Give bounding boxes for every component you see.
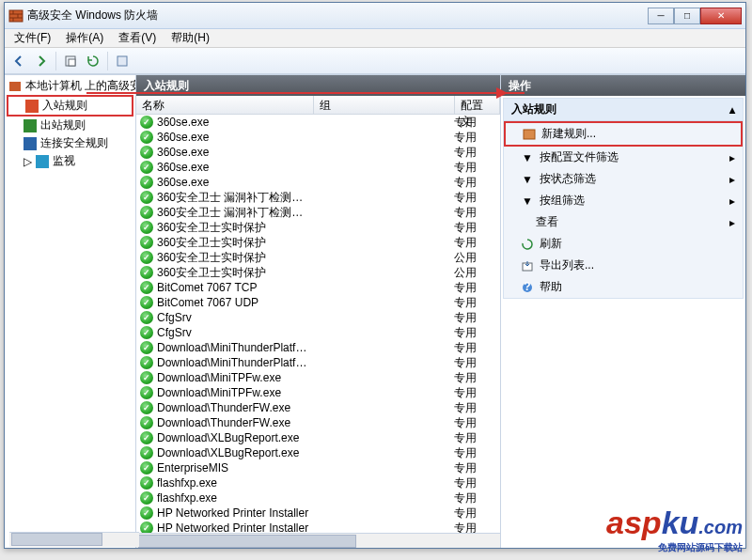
menubar: 文件(F) 操作(A) 查看(V) 帮助(H)	[5, 29, 745, 48]
enabled-icon	[140, 206, 153, 219]
nav-back-button[interactable]	[8, 51, 29, 71]
submenu-arrow-icon: ▸	[729, 194, 735, 208]
action-filter-group[interactable]: ▼ 按组筛选 ▸	[504, 190, 743, 211]
action-filter-profile[interactable]: ▼ 按配置文件筛选 ▸	[504, 147, 743, 168]
rule-name: 360安全卫士实时保护	[157, 235, 313, 251]
maximize-button[interactable]: □	[674, 8, 700, 24]
col-profile[interactable]: 配置文	[455, 96, 500, 114]
table-row[interactable]: Download\MiniThunderPlatform.exe专用	[136, 340, 500, 355]
action-refresh-label: 刷新	[540, 236, 562, 252]
rules-list[interactable]: 360se.exe专用360se.exe专用360se.exe专用360se.e…	[136, 115, 500, 533]
table-row[interactable]: 360se.exe专用	[136, 145, 500, 160]
table-row[interactable]: BitComet 7067 TCP专用	[136, 280, 500, 295]
table-row[interactable]: 360se.exe专用	[136, 175, 500, 190]
menu-help[interactable]: 帮助(H)	[165, 28, 215, 48]
table-row[interactable]: BitComet 7067 UDP专用	[136, 295, 500, 310]
firewall-icon	[8, 8, 24, 23]
toolbar-button-1[interactable]	[60, 51, 81, 71]
rule-profile: 公用	[454, 265, 496, 281]
refresh-button[interactable]	[83, 51, 103, 71]
table-row[interactable]: 360安全卫士 漏洞补丁检测模块专用	[136, 190, 500, 205]
toolbar-button-3[interactable]	[112, 51, 133, 71]
table-row[interactable]: Download\ThunderFW.exe专用	[136, 415, 500, 430]
action-view[interactable]: 查看 ▸	[504, 211, 743, 233]
rule-profile: 专用	[454, 115, 496, 131]
action-new-rule[interactable]: 新建规则...	[504, 121, 743, 147]
menu-file[interactable]: 文件(F)	[8, 28, 56, 48]
enabled-icon	[140, 401, 153, 414]
titlebar[interactable]: 高级安全 Windows 防火墙 ─ □ ✕	[5, 3, 745, 29]
table-row[interactable]: HP Networked Printer Installer专用	[136, 506, 500, 521]
table-row[interactable]: 360安全卫士实时保护专用	[136, 220, 500, 235]
table-row[interactable]: Download\MiniTPFw.exe专用	[136, 370, 500, 385]
action-refresh[interactable]: 刷新	[504, 233, 743, 255]
table-row[interactable]: CfgSrv专用	[136, 310, 500, 325]
tree-connection-security[interactable]: 连接安全规则	[7, 134, 133, 152]
table-row[interactable]: 360se.exe专用	[136, 130, 500, 145]
table-row[interactable]: HP Networked Printer Installer专用	[136, 521, 500, 533]
annotation-arrow-icon	[496, 87, 508, 99]
rule-profile: 专用	[454, 220, 496, 236]
inbound-icon	[25, 100, 39, 113]
table-row[interactable]: Download\MiniTPFw.exe专用	[136, 385, 500, 400]
tree-root[interactable]: 本地计算机 上的高级安全 Win	[7, 77, 133, 95]
close-button[interactable]: ✕	[700, 8, 742, 24]
rule-name: flashfxp.exe	[157, 491, 313, 505]
tree-monitoring[interactable]: ▷ 监视	[7, 152, 133, 170]
firewall-window: 高级安全 Windows 防火墙 ─ □ ✕ 文件(F) 操作(A) 查看(V)…	[4, 2, 746, 549]
rule-name: HP Networked Printer Installer	[157, 521, 313, 533]
scrollbar-thumb[interactable]	[138, 535, 356, 548]
svg-rect-3	[118, 56, 127, 66]
svg-rect-0	[9, 10, 23, 22]
tree-inbound-rules[interactable]: 入站规则	[7, 95, 133, 117]
rule-profile: 专用	[454, 355, 496, 371]
action-help-label: 帮助	[540, 279, 562, 295]
table-row[interactable]: EnterpriseMIS专用	[136, 460, 500, 475]
enabled-icon	[140, 221, 153, 234]
rule-profile: 专用	[454, 430, 496, 446]
col-name[interactable]: 名称	[136, 96, 314, 114]
rule-profile: 专用	[454, 160, 496, 176]
rule-name: flashfxp.exe	[157, 476, 313, 490]
menu-action[interactable]: 操作(A)	[60, 28, 109, 48]
nav-forward-button[interactable]	[31, 51, 52, 71]
table-row[interactable]: 360安全卫士实时保护专用	[136, 235, 500, 250]
table-row[interactable]: 360se.exe专用	[136, 115, 500, 130]
rule-profile: 专用	[454, 280, 496, 296]
rule-name: BitComet 7067 TCP	[157, 281, 313, 294]
action-filter-state[interactable]: ▼ 按状态筛选 ▸	[504, 168, 743, 190]
action-view-label: 查看	[536, 214, 558, 230]
svg-rect-2	[69, 59, 75, 66]
tree-scrollbar[interactable]	[9, 532, 139, 547]
menu-view[interactable]: 查看(V)	[113, 28, 162, 48]
table-row[interactable]: CfgSrv专用	[136, 325, 500, 340]
scrollbar-thumb[interactable]	[11, 533, 102, 546]
rule-name: 360se.exe	[157, 176, 313, 189]
tree-outbound-rules[interactable]: 出站规则	[7, 117, 133, 134]
table-row[interactable]: 360安全卫士 漏洞补丁检测模块专用	[136, 205, 500, 220]
minimize-button[interactable]: ─	[648, 8, 674, 24]
action-filter-profile-label: 按配置文件筛选	[540, 149, 619, 165]
table-row[interactable]: Download\XLBugReport.exe专用	[136, 445, 500, 460]
table-row[interactable]: flashfxp.exe专用	[136, 490, 500, 506]
rules-column-headers[interactable]: 名称 组 配置文	[136, 96, 500, 115]
filter-icon: ▼	[521, 173, 534, 186]
actions-section-header[interactable]: 入站规则 ▴	[504, 99, 743, 121]
table-row[interactable]: 360se.exe专用	[136, 160, 500, 175]
action-export[interactable]: 导出列表...	[504, 255, 743, 276]
table-row[interactable]: Download\ThunderFW.exe专用	[136, 400, 500, 415]
table-row[interactable]: Download\XLBugReport.exe专用	[136, 430, 500, 445]
col-group[interactable]: 组	[314, 96, 455, 114]
table-row[interactable]: 360安全卫士实时保护公用	[136, 265, 500, 280]
table-row[interactable]: flashfxp.exe专用	[136, 475, 500, 490]
table-row[interactable]: 360安全卫士实时保护公用	[136, 250, 500, 265]
enabled-icon	[140, 356, 153, 369]
table-row[interactable]: Download\MiniThunderPlatform.exe专用	[136, 355, 500, 370]
horizontal-scrollbar[interactable]	[136, 533, 500, 548]
collapse-icon: ▴	[729, 103, 735, 117]
tree-panel[interactable]: 本地计算机 上的高级安全 Win 入站规则 出站规则 连接安全规则 ▷ 监视	[5, 75, 136, 548]
watermark-dom: .com	[698, 517, 743, 537]
enabled-icon	[140, 116, 153, 129]
action-help[interactable]: ? 帮助	[504, 276, 743, 298]
rule-name: Download\ThunderFW.exe	[157, 416, 313, 429]
